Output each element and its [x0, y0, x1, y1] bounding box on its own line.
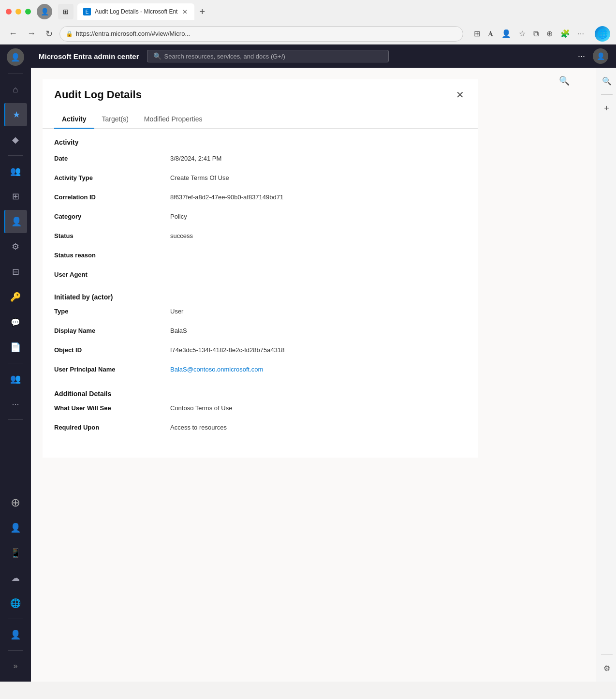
edge-profile-btn[interactable]: 🌐 — [595, 26, 610, 42]
tab-modified-properties[interactable]: Modified Properties — [136, 110, 210, 129]
browser-reader-btn[interactable]: 𝐀 — [485, 27, 497, 40]
label-upn: User Principal Name — [54, 366, 170, 373]
maximize-window-btn[interactable] — [25, 9, 31, 15]
nav-bar: ← → ↻ 🔒 https://entra.microsoft.com/#vie… — [0, 23, 616, 45]
sidebar-item-globe[interactable]: 🌐 — [4, 592, 27, 615]
sidebar-item-active[interactable]: 👤 — [4, 210, 27, 233]
value-upn[interactable]: BalaS@contoso.onmicrosoft.com — [170, 366, 466, 373]
right-panel-settings-btn[interactable]: ⚙ — [601, 661, 613, 676]
new-tab-btn[interactable]: + — [194, 4, 210, 19]
star-icon: ★ — [13, 109, 20, 120]
apps-icon: 📱 — [10, 548, 21, 558]
header-right: ··· 👤 — [576, 48, 608, 64]
right-panel-plus-btn[interactable]: + — [601, 101, 612, 117]
search-input[interactable] — [164, 53, 382, 60]
sidebar-item-idp[interactable]: 👤 — [4, 516, 27, 539]
groups-icon: ⊞ — [12, 191, 19, 202]
sidebar-item-user-bottom[interactable]: 👤 — [4, 623, 27, 646]
nav-icons: ⊞ 𝐀 👤 ☆ ⧉ ⊕ 🧩 ··· — [471, 27, 587, 40]
label-user-agent: User Agent — [54, 271, 170, 278]
sidebar-item-identity[interactable]: ◆ — [4, 128, 27, 151]
close-panel-btn[interactable]: ✕ — [454, 87, 466, 103]
right-panel-divider-2 — [601, 654, 613, 655]
sidebar-item-chevron[interactable]: » — [4, 654, 27, 678]
back-btn[interactable]: ← — [6, 27, 20, 41]
sidebar-item-external[interactable]: 👥 — [4, 367, 27, 390]
sidebar-item-cloud[interactable]: ☁ — [4, 566, 27, 590]
roles-icon: 🔑 — [10, 292, 21, 302]
sidebar-item-docs[interactable]: 📄 — [4, 336, 27, 359]
window-controls — [6, 9, 31, 15]
sidebar-item-groups[interactable]: ⊞ — [4, 185, 27, 208]
tab-close-btn[interactable]: ✕ — [181, 8, 189, 15]
sidebar-item-more[interactable]: ··· — [4, 392, 27, 416]
label-display-name: Display Name — [54, 327, 170, 334]
browser-tab[interactable]: E Audit Log Details - Microsoft Ent ✕ — [77, 3, 194, 20]
plus-icon: + — [604, 104, 609, 113]
tab-title: Audit Log Details - Microsoft Ent — [95, 8, 177, 15]
close-window-btn[interactable] — [6, 9, 12, 15]
detail-row-upn: User Principal Name BalaS@contoso.onmicr… — [43, 361, 478, 380]
browser-extensions-btn[interactable]: 🧩 — [557, 27, 573, 40]
content-area: 🔍 Audit Log Details ✕ Activity Target(s)… — [31, 68, 616, 682]
browser-favorites-btn[interactable]: ☆ — [516, 27, 528, 40]
header-more-btn[interactable]: ··· — [576, 49, 587, 63]
search-icon: 🔍 — [153, 52, 161, 60]
settings-icon: ⚙ — [12, 241, 19, 252]
expand-icon: » — [14, 662, 18, 670]
cloud-icon: ☁ — [11, 573, 20, 583]
value-date: 3/8/2024, 2:41 PM — [170, 155, 466, 162]
globe-icon: 🌐 — [10, 598, 21, 609]
sidebar-item-roles[interactable]: 🔑 — [4, 285, 27, 309]
sidebar-divider-2 — [8, 155, 23, 156]
sidebar: 👤 ⌂ ★ ◆ 👥 ⊞ 👤 ⚙ ⊟ 🔑 💬 — [0, 45, 31, 682]
main-content: 🔍 Audit Log Details ✕ Activity Target(s)… — [31, 68, 597, 682]
browser-collections-btn[interactable]: ⊕ — [543, 27, 556, 40]
detail-row-category: Category Policy — [43, 208, 478, 227]
tab-activity[interactable]: Activity — [54, 110, 94, 129]
avatar-initial: 👤 — [597, 52, 605, 60]
tabs-container: Activity Target(s) Modified Properties — [43, 110, 478, 129]
sidebar-item-chat[interactable]: 💬 — [4, 311, 27, 334]
ellipsis-icon: ··· — [12, 399, 19, 409]
detail-row-what-user-sees: What User Will See Contoso Terms of Use — [43, 400, 478, 419]
lock-icon: 🔒 — [66, 30, 73, 37]
address-bar[interactable]: 🔒 https://entra.microsoft.com/#view/Micr… — [59, 26, 463, 42]
sidebar-user-avatar[interactable]: 👤 — [7, 48, 24, 66]
refresh-btn[interactable]: ↻ — [43, 27, 56, 41]
users-icon: 👥 — [10, 166, 21, 177]
sidebar-item-settings[interactable]: ⚙ — [4, 235, 27, 258]
sidebar-item-table[interactable]: ⊟ — [4, 260, 27, 283]
label-object-id: Object ID — [54, 346, 170, 354]
sidebar-item-users[interactable]: 👥 — [4, 160, 27, 183]
minimize-window-btn[interactable] — [15, 9, 21, 15]
sidebar-item-favorites[interactable]: ★ — [4, 103, 27, 126]
label-required-upon: Required Upon — [54, 424, 170, 431]
forward-btn[interactable]: → — [24, 27, 39, 41]
value-object-id: f74e3dc5-134f-4182-8e2c-fd28b75a4318 — [170, 346, 466, 354]
sidebar-item-apps[interactable]: 📱 — [4, 541, 27, 565]
audit-title: Audit Log Details — [54, 89, 142, 101]
value-correlation-id: 8f637fef-a8d2-47ee-90b0-af837149bd71 — [170, 193, 466, 201]
browser-more-btn[interactable]: ··· — [575, 27, 587, 40]
label-status-reason: Status reason — [54, 252, 170, 259]
table-icon: ⊟ — [12, 267, 19, 277]
home-icon: ⌂ — [13, 85, 18, 95]
sidebar-toggle-btn[interactable]: ⊞ — [58, 4, 73, 19]
tab-targets[interactable]: Target(s) — [94, 110, 136, 129]
sidebar-divider-5 — [8, 619, 23, 619]
audit-panel: Audit Log Details ✕ Activity Target(s) M… — [43, 79, 478, 458]
header-avatar[interactable]: 👤 — [593, 48, 608, 64]
right-search-icon: 🔍 — [602, 77, 612, 85]
browser-split-btn[interactable]: ⧉ — [530, 27, 542, 40]
content-search-btn[interactable]: 🔍 — [559, 75, 570, 86]
value-display-name: BalaS — [170, 327, 466, 334]
browser-grid-btn[interactable]: ⊞ — [471, 27, 483, 40]
value-activity-type: Create Terms Of Use — [170, 174, 466, 181]
search-bar[interactable]: 🔍 — [147, 50, 389, 62]
browser-account-btn[interactable]: 👤 — [499, 27, 514, 40]
right-panel-search-btn[interactable]: 🔍 — [599, 74, 615, 89]
sidebar-item-home[interactable]: ⌂ — [4, 78, 27, 101]
sidebar-item-add[interactable]: ⊕ — [4, 491, 27, 514]
title-bar: 👤 ⊞ E Audit Log Details - Microsoft Ent … — [0, 0, 616, 23]
